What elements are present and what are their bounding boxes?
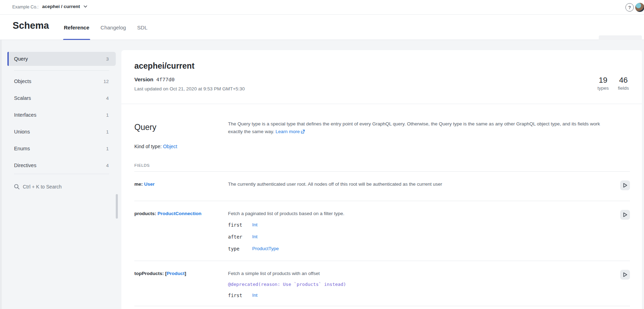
field-name: me: (134, 181, 144, 187)
stat-fields-label: fields (618, 85, 629, 91)
type-overview: Query Kind of type: Object The Query typ… (134, 104, 630, 149)
sidebar-item-label: Directives (14, 163, 106, 168)
sidebar-item-query[interactable]: Query 3 (7, 52, 116, 66)
sidebar-divider (14, 70, 109, 71)
argument-name: type (228, 246, 252, 252)
schema-card-header: acephei/current Version 4f77d0 Last upda… (121, 50, 642, 104)
argument-row: after Int (228, 234, 609, 246)
graph-selector-dropdown[interactable]: acephei / current (42, 4, 87, 9)
external-link-icon (301, 130, 305, 133)
fields-section-heading: FIELDS (134, 163, 630, 167)
sidebar-item-directives[interactable]: Directives 4 (7, 157, 116, 174)
field-description: Fetch a simple list of products with an … (228, 270, 609, 277)
sidebar-item-label: Interfaces (14, 112, 106, 118)
argument-type-link[interactable]: Int (252, 293, 257, 298)
tab-changelog[interactable]: Changelog (100, 15, 127, 40)
chevron-down-icon (83, 5, 87, 8)
content-area: Query 3 Objects 12 Scalars 4 Interfaces … (0, 40, 644, 309)
last-updated: Last updated on Oct 21, 2020 at 9:53 PM … (134, 86, 629, 92)
field-name: topProducts: (134, 271, 165, 276)
field-signature: products: ProductConnection (134, 211, 228, 261)
sidebar-item-count: 1 (106, 146, 109, 151)
run-query-button[interactable] (620, 270, 630, 280)
field-type-link[interactable]: User (144, 181, 155, 187)
version-value: 4f77d0 (156, 77, 174, 82)
page-title: Schema (13, 20, 49, 31)
sidebar-item-interfaces[interactable]: Interfaces 1 (7, 107, 116, 123)
kind-of-type-row: Kind of type: Object (134, 144, 228, 149)
tab-bar: Reference Changelog SDL (63, 15, 148, 40)
type-name-heading: Query (134, 122, 228, 132)
active-accent-bar (7, 52, 9, 66)
stat-types-value: 19 (597, 75, 609, 85)
page-header: Schema Reference Changelog SDL Update Sc… (0, 15, 644, 40)
argument-type-link[interactable]: Int (252, 222, 257, 227)
field-row-products: products: ProductConnection Fetch a pagi… (134, 201, 630, 261)
sidebar-item-label: Objects (14, 78, 103, 84)
field-description: Fetch a paginated list of products based… (228, 211, 609, 217)
stat-fields: 46 fields (618, 75, 629, 91)
top-bar: Example Co.: acephei / current ? (0, 0, 644, 15)
stat-fields-value: 46 (618, 75, 629, 85)
graph-title: acephei/current (134, 61, 629, 71)
sidebar-item-label: Query (14, 56, 106, 62)
stat-types: 19 types (597, 75, 609, 91)
play-icon (623, 183, 628, 188)
field-name: products: (134, 211, 157, 216)
field-description: The currently authenticated user root. A… (228, 181, 609, 187)
field-type-link[interactable]: Product (167, 271, 185, 276)
schema-stats: 19 types 46 fields (597, 75, 629, 91)
tab-sdl[interactable]: SDL (136, 15, 148, 40)
sidebar-divider (14, 174, 109, 174)
argument-type-link[interactable]: Int (252, 234, 257, 239)
argument-name: first (228, 222, 252, 228)
graph-selector-value: acephei / current (42, 4, 80, 9)
sidebar-item-count: 3 (106, 56, 109, 62)
sidebar-search[interactable]: Ctrl + K to Search (7, 176, 116, 197)
type-description: The Query type is a special type that de… (228, 120, 616, 149)
version-row: Version 4f77d0 (134, 76, 629, 83)
sidebar-item-label: Enums (14, 146, 106, 151)
search-hint: Ctrl + K to Search (23, 184, 62, 190)
argument-row: first Int (228, 293, 609, 304)
sidebar-item-count: 1 (106, 112, 109, 118)
search-icon (14, 184, 20, 190)
sidebar-item-scalars[interactable]: Scalars 4 (7, 90, 116, 107)
version-label: Version (134, 76, 153, 82)
argument-row: type ProductType (228, 246, 609, 258)
sidebar-scrollbar-thumb[interactable] (116, 194, 118, 219)
sidebar-item-enums[interactable]: Enums 1 (7, 140, 116, 157)
field-detail: Fetch a simple list of products with an … (228, 270, 609, 306)
type-overview-left: Query Kind of type: Object (134, 119, 228, 149)
run-query-button[interactable] (620, 210, 630, 220)
sidebar-item-count: 12 (103, 79, 109, 84)
schema-card: acephei/current Version 4f77d0 Last upda… (121, 50, 642, 309)
field-args: first Int after Int type ProductType (228, 222, 609, 258)
user-avatar[interactable] (635, 3, 644, 12)
field-args: first Int (228, 293, 609, 304)
sidebar-item-label: Scalars (14, 95, 106, 101)
stat-types-label: types (597, 85, 609, 91)
left-scrollbar-track[interactable] (0, 40, 2, 309)
field-row-topProducts: topProducts: [Product] Fetch a simple li… (134, 261, 630, 306)
field-signature: me: User (134, 181, 228, 201)
field-type-suffix: ] (185, 271, 186, 276)
tab-reference[interactable]: Reference (63, 15, 90, 40)
help-icon[interactable]: ? (625, 3, 634, 12)
learn-more-link[interactable]: Learn more (276, 129, 305, 134)
sidebar-item-unions[interactable]: Unions 1 (7, 123, 116, 140)
field-deprecated-annotation: @deprecated(reason: Use `products` inste… (228, 281, 609, 287)
field-signature: topProducts: [Product] (134, 270, 228, 306)
argument-type-link[interactable]: ProductType (252, 246, 279, 251)
run-query-button[interactable] (620, 180, 630, 190)
argument-name: after (228, 234, 252, 240)
kind-value-link[interactable]: Object (163, 144, 177, 149)
field-type-link[interactable]: ProductConnection (157, 211, 201, 216)
field-row-me: me: User The currently authenticated use… (134, 172, 630, 201)
argument-name: first (228, 293, 252, 298)
sidebar-item-label: Unions (14, 129, 106, 135)
field-detail: The currently authenticated user root. A… (228, 181, 609, 201)
argument-row: first Int (228, 222, 609, 234)
play-icon (623, 212, 628, 217)
sidebar-item-objects[interactable]: Objects 12 (7, 73, 116, 90)
